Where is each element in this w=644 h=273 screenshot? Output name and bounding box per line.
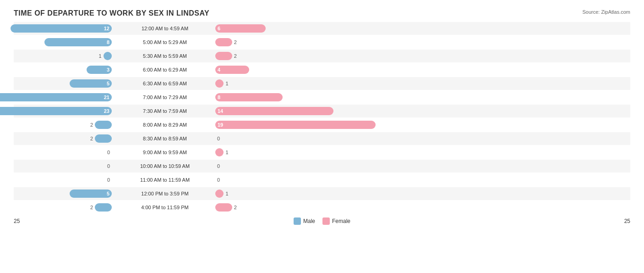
male-value-outside: 2 <box>90 122 93 128</box>
right-bar-section: 1 <box>215 189 630 198</box>
male-bar <box>95 134 112 143</box>
legend-male: Male <box>294 217 315 225</box>
time-label: 8:00 AM to 8:29 AM <box>115 122 215 128</box>
left-bar-section: 8 <box>14 38 115 46</box>
male-value-outside: 2 <box>90 205 93 210</box>
right-bar-section: 0 <box>215 177 630 183</box>
left-bars: 0 <box>14 150 112 155</box>
male-bar <box>95 121 112 129</box>
chart-source: Source: ZipAtlas.com <box>582 9 630 15</box>
time-label: 6:30 AM to 6:59 AM <box>115 81 215 86</box>
chart-footer: 25 Male Female 25 <box>14 217 630 225</box>
time-label: 12:00 PM to 3:59 PM <box>115 191 215 196</box>
female-bar <box>215 203 232 212</box>
left-bars: 5 <box>14 189 112 198</box>
chart-row: 5 12:00 PM to 3:59 PM 1 <box>14 187 630 200</box>
legend: Male Female <box>294 217 350 225</box>
male-label: Male <box>303 218 315 224</box>
female-value-outside: 2 <box>234 53 237 59</box>
male-bar: 3 <box>87 66 112 74</box>
left-bars: 2 <box>14 121 112 129</box>
time-label: 5:00 AM to 5:29 AM <box>115 39 215 45</box>
left-bar-section: 0 <box>14 163 115 169</box>
time-label: 7:00 AM to 7:29 AM <box>115 95 215 100</box>
left-bar-section: 5 <box>14 79 115 88</box>
male-value: 12 <box>104 26 109 31</box>
time-label: 5:30 AM to 5:59 AM <box>115 53 215 59</box>
left-bars: 1 <box>14 52 112 60</box>
time-label: 9:00 AM to 9:59 AM <box>115 150 215 155</box>
left-bar-section: 12 <box>14 24 115 33</box>
right-bar-section: 2 <box>215 203 630 212</box>
male-value: 5 <box>107 81 109 86</box>
left-bars: 12 <box>11 24 112 33</box>
male-bar: 5 <box>70 189 112 198</box>
time-label: 8:30 AM to 8:59 AM <box>115 136 215 141</box>
left-bars: 0 <box>14 163 112 169</box>
female-bar: 4 <box>215 66 249 74</box>
left-bar-section: 2 <box>14 121 115 129</box>
chart-row: 0 9:00 AM to 9:59 AM 1 <box>14 146 630 159</box>
right-bar-section: 1 <box>215 148 630 156</box>
right-bar-section: 19 <box>215 121 630 129</box>
male-bar: 12 <box>11 24 112 33</box>
chart-row: 8 5:00 AM to 5:29 AM 2 <box>14 36 630 49</box>
female-bar: 8 <box>215 93 283 101</box>
female-value-outside: 0 <box>217 177 220 183</box>
male-value-outside: 2 <box>90 136 93 141</box>
right-bar-section: 8 <box>215 93 630 101</box>
left-bar-section: 1 <box>14 52 115 60</box>
right-bar-section: 0 <box>215 163 630 169</box>
left-bars: 5 <box>14 79 112 88</box>
female-bar <box>215 189 224 198</box>
left-bar-section: 23 <box>14 107 115 115</box>
right-bar-section: 14 <box>215 107 630 115</box>
time-label: 11:00 AM to 11:59 AM <box>115 177 215 183</box>
left-bars: 2 <box>14 203 112 212</box>
chart-row: 0 10:00 AM to 10:59 AM 0 <box>14 160 630 173</box>
chart-row: 2 4:00 PM to 11:59 PM 2 <box>14 201 630 214</box>
right-scale: 25 <box>624 218 630 224</box>
left-bar-section: 2 <box>14 134 115 143</box>
male-bar <box>95 203 112 212</box>
male-value-outside: 0 <box>107 177 110 183</box>
female-bar <box>215 52 232 60</box>
male-bar: 21 <box>0 93 112 101</box>
time-label: 12:00 AM to 4:59 AM <box>115 26 215 31</box>
male-bar: 5 <box>70 79 112 88</box>
time-label: 7:30 AM to 7:59 AM <box>115 108 215 114</box>
male-value-outside: 0 <box>107 150 110 155</box>
chart-row: 23 7:30 AM to 7:59 AM 14 <box>14 105 630 117</box>
male-bar: 23 <box>0 107 112 115</box>
left-bar-section: 0 <box>14 150 115 155</box>
female-value-outside: 1 <box>225 191 228 196</box>
left-bar-section: 5 <box>14 189 115 198</box>
time-label: 4:00 PM to 11:59 PM <box>115 205 215 210</box>
female-value: 4 <box>218 67 220 72</box>
right-bar-section: 0 <box>215 136 630 141</box>
right-bar-section: 2 <box>215 52 630 60</box>
male-legend-box <box>294 217 301 225</box>
right-bar-section: 2 <box>215 38 630 46</box>
female-value-outside: 2 <box>234 39 237 45</box>
right-bar-section: 6 <box>215 24 630 33</box>
female-bar: 6 <box>215 24 266 33</box>
left-bars: 0 <box>14 177 112 183</box>
female-bar <box>215 79 224 88</box>
male-bar: 8 <box>44 38 112 46</box>
female-value-outside: 0 <box>217 163 220 169</box>
left-bars: 8 <box>14 38 112 46</box>
chart-row: 5 6:30 AM to 6:59 AM 1 <box>14 77 630 90</box>
female-value: 14 <box>218 108 223 114</box>
right-bar-section: 1 <box>215 79 630 88</box>
chart-row: 0 11:00 AM to 11:59 AM 0 <box>14 173 630 186</box>
male-value: 23 <box>104 108 109 114</box>
female-value: 8 <box>218 95 220 100</box>
female-value-outside: 1 <box>225 81 228 86</box>
male-value-outside: 0 <box>107 163 110 169</box>
male-value: 21 <box>104 95 109 100</box>
chart-row: 1 5:30 AM to 5:59 AM 2 <box>14 50 630 62</box>
left-bars: 23 <box>0 107 112 115</box>
male-value: 3 <box>107 67 109 72</box>
female-value-outside: 0 <box>217 136 220 141</box>
